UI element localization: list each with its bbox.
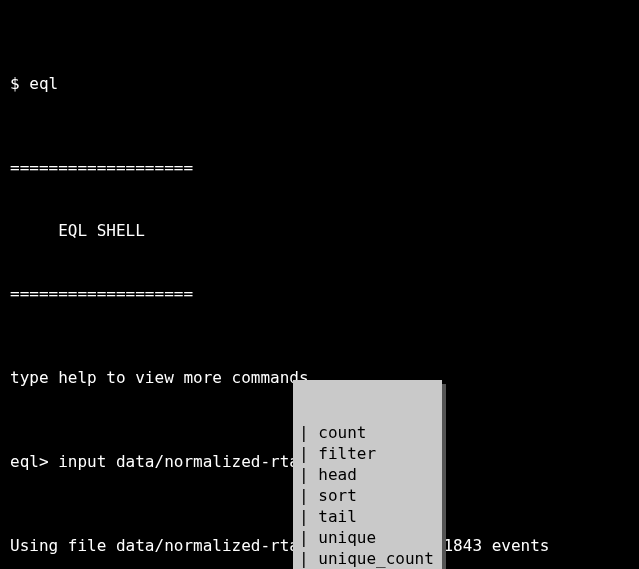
banner-title: EQL SHELL [10, 220, 629, 241]
shell-launch-line: $ eql [10, 73, 629, 94]
autocomplete-item-unique-count[interactable]: | unique_count [293, 548, 442, 569]
autocomplete-item-unique[interactable]: | unique [293, 527, 442, 548]
autocomplete-item-tail[interactable]: | tail [293, 506, 442, 527]
autocomplete-item-head[interactable]: | head [293, 464, 442, 485]
autocomplete-item-sort[interactable]: | sort [293, 485, 442, 506]
banner-divider-bottom: =================== [10, 283, 629, 304]
autocomplete-popup[interactable]: | count| filter| head| sort| tail| uniqu… [293, 380, 442, 569]
autocomplete-item-count[interactable]: | count [293, 422, 442, 443]
banner-divider-top: =================== [10, 157, 629, 178]
autocomplete-item-filter[interactable]: | filter [293, 443, 442, 464]
terminal[interactable]: $ eql =================== EQL SHELL ====… [0, 0, 639, 569]
